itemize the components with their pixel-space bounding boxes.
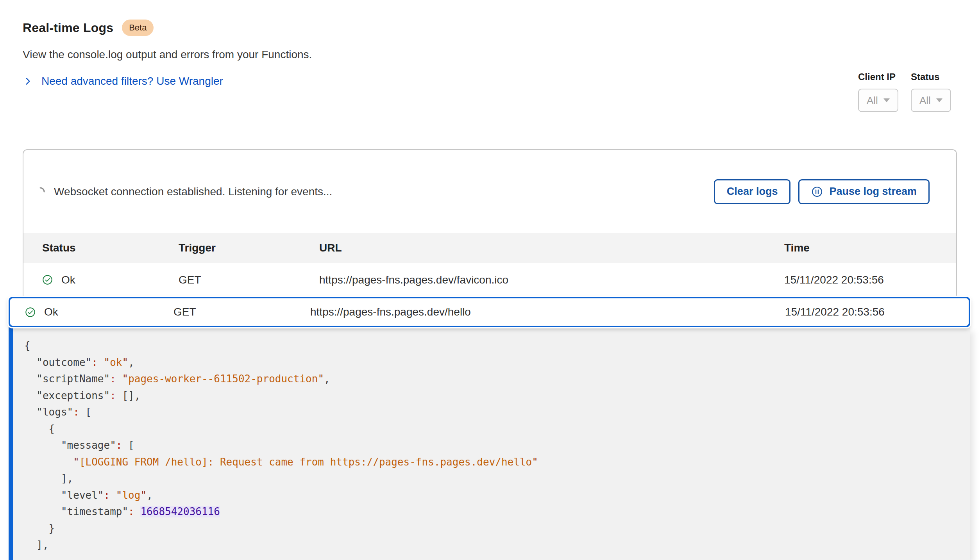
json-log-line: { xyxy=(24,337,970,354)
status-dropdown[interactable]: All xyxy=(911,89,951,112)
json-log-line: "timestamp": 1668542036116 xyxy=(24,503,970,520)
status-cell: Ok xyxy=(42,274,179,286)
selected-log-row[interactable]: Ok GET https://pages-fns.pages.dev/hello… xyxy=(9,297,970,327)
client-ip-filter: Client IP All xyxy=(858,71,898,112)
json-log-line: "message": [ xyxy=(24,437,970,454)
json-log-line: { xyxy=(24,421,970,437)
row-url: https://pages-fns.pages.dev/favicon.ico xyxy=(319,274,784,286)
page-subtitle: View the console.log output and errors f… xyxy=(23,48,312,61)
selected-row-status: Ok xyxy=(44,306,58,318)
title-row: Real-time Logs Beta xyxy=(23,20,312,36)
connection-bar: Websocket connection established. Listen… xyxy=(23,150,956,233)
pause-log-stream-label: Pause log stream xyxy=(829,185,917,198)
status-filter-label: Status xyxy=(911,71,951,82)
json-log-line: ], xyxy=(24,537,970,553)
log-table-row[interactable]: Ok GET https://pages-fns.pages.dev/favic… xyxy=(23,263,956,297)
status-filter-value: All xyxy=(919,95,931,107)
json-log-viewer: { "outcome": "ok", "scriptName": "pages-… xyxy=(9,327,970,560)
check-circle-icon xyxy=(42,275,53,285)
page-header: Real-time Logs Beta View the console.log… xyxy=(23,20,312,88)
row-trigger: GET xyxy=(179,274,319,286)
chevron-right-icon xyxy=(23,76,33,86)
filters: Client IP All Status All xyxy=(858,71,951,112)
wrangler-link-label: Need advanced filters? Use Wrangler xyxy=(41,75,223,87)
client-ip-value: All xyxy=(867,95,878,107)
pause-log-stream-button[interactable]: Pause log stream xyxy=(798,179,930,204)
clear-logs-label: Clear logs xyxy=(727,185,778,198)
clear-logs-button[interactable]: Clear logs xyxy=(714,179,791,204)
pause-circle-icon xyxy=(811,186,823,198)
client-ip-dropdown[interactable]: All xyxy=(858,89,898,112)
client-ip-label: Client IP xyxy=(858,71,898,82)
status-cell: Ok xyxy=(25,306,173,318)
caret-down-icon xyxy=(936,98,942,102)
json-log-line: "scriptName": "pages-worker--611502-prod… xyxy=(24,371,970,387)
log-actions: Clear logs Pause log stream xyxy=(714,179,930,204)
json-log-line: } xyxy=(24,520,970,537)
header-status: Status xyxy=(42,242,179,254)
log-table-header: Status Trigger URL Time xyxy=(23,233,956,263)
row-time: 15/11/2022 20:53:56 xyxy=(784,274,941,286)
page-title: Real-time Logs xyxy=(23,21,113,35)
json-log-line: "[LOGGING FROM /hello]: Request came fro… xyxy=(24,454,970,471)
spinner-icon xyxy=(35,187,45,197)
selected-row-url: https://pages-fns.pages.dev/hello xyxy=(310,306,785,318)
beta-badge: Beta xyxy=(122,20,154,36)
header-trigger: Trigger xyxy=(179,242,319,254)
check-circle-icon xyxy=(25,307,36,317)
caret-down-icon xyxy=(883,98,890,102)
connection-message: Websocket connection established. Listen… xyxy=(35,185,332,198)
row-status: Ok xyxy=(61,274,75,286)
json-log-line: "logs": [ xyxy=(24,404,970,421)
selected-row-trigger: GET xyxy=(173,306,310,318)
status-filter: Status All xyxy=(911,71,951,112)
expanded-log-entry: Ok GET https://pages-fns.pages.dev/hello… xyxy=(9,297,970,560)
json-log-line: "exceptions": [], xyxy=(24,387,970,404)
header-time: Time xyxy=(784,242,941,254)
wrangler-advanced-filters-link[interactable]: Need advanced filters? Use Wrangler xyxy=(23,75,223,87)
header-url: URL xyxy=(319,242,784,254)
json-log-line: ], xyxy=(24,470,970,487)
connection-message-text: Websocket connection established. Listen… xyxy=(54,185,332,198)
json-log-line: "outcome": "ok", xyxy=(24,354,970,371)
json-log-lines: { "outcome": "ok", "scriptName": "pages-… xyxy=(24,337,970,553)
json-log-line: "level": "log", xyxy=(24,487,970,504)
selected-row-time: 15/11/2022 20:53:56 xyxy=(785,306,953,318)
